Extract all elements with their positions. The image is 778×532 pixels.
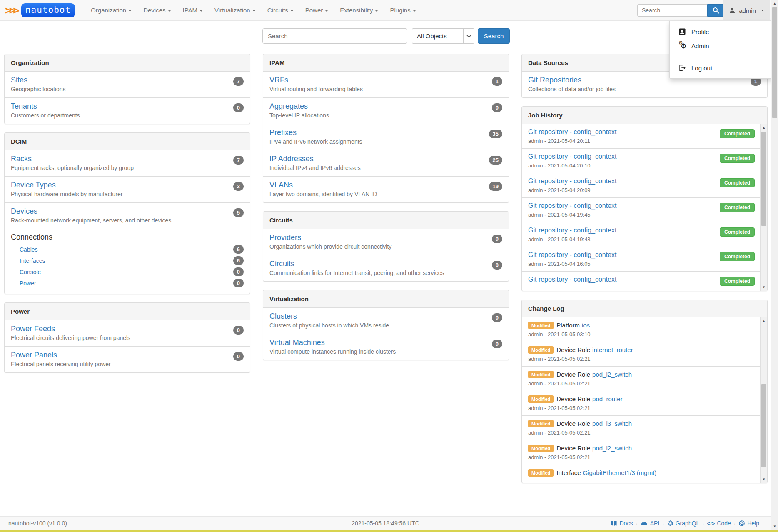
nautobot-logo[interactable]: >>> nautobot — [5, 3, 75, 17]
item-link[interactable]: Devices — [11, 207, 37, 216]
logout-menu-item[interactable]: Log out — [670, 61, 771, 75]
item-link[interactable]: VRFs — [269, 76, 288, 85]
count-badge: 0 — [492, 340, 502, 348]
item-description: Clusters of physical hosts in which VMs … — [269, 322, 502, 329]
user-menu-button[interactable]: admin — [723, 0, 770, 21]
count-badge: 1 — [492, 77, 502, 86]
job-link[interactable]: Git repository - config_context — [528, 227, 617, 234]
change-log-row: ModifiedDevice Rolepod_l3_switch admin -… — [522, 415, 760, 440]
object-type-select[interactable]: All Objects — [412, 28, 474, 44]
docs-link[interactable]: Docs — [610, 520, 633, 527]
api-link[interactable]: API — [641, 520, 660, 527]
object-link[interactable]: pod_l2_switch — [592, 445, 632, 452]
connection-link[interactable]: Interfaces — [20, 257, 45, 264]
item-link[interactable]: Aggregates — [269, 102, 308, 111]
count-badge: 7 — [233, 77, 244, 86]
object-link[interactable]: ios — [582, 322, 590, 329]
graphql-link[interactable]: GraphQL — [667, 520, 700, 527]
nav-menu-item[interactable]: Circuits — [262, 7, 299, 14]
job-link[interactable]: Git repository - config_context — [528, 177, 617, 185]
nav-menu-item[interactable]: Devices — [137, 7, 177, 14]
count-badge: 0 — [233, 103, 244, 112]
nav-menu-item[interactable]: IPAM — [177, 7, 209, 14]
count-badge: 0 — [492, 103, 502, 112]
scrollbar-thumb[interactable] — [761, 384, 766, 467]
count-badge: 3 — [233, 182, 244, 191]
connection-link[interactable]: Power — [20, 280, 36, 287]
code-link[interactable]: </> Code — [707, 520, 731, 527]
global-search-button[interactable]: Search — [478, 28, 510, 44]
object-type: Device Role — [556, 346, 590, 353]
item-link[interactable]: Power Panels — [11, 351, 57, 360]
item-link[interactable]: Providers — [269, 233, 301, 242]
status-badge: Completed — [720, 252, 755, 261]
status-badge: Completed — [720, 277, 755, 286]
object-link[interactable]: pod_router — [592, 395, 623, 402]
nav-menu-item[interactable]: Virtualization — [209, 7, 262, 14]
profile-menu-item[interactable]: Profile — [670, 25, 771, 39]
object-link[interactable]: pod_l3_switch — [592, 420, 632, 427]
nav-menu-item[interactable]: Organization — [85, 7, 137, 14]
panel-title: Circuits — [263, 212, 509, 229]
job-link[interactable]: Git repository - config_context — [528, 276, 617, 283]
scrollbar-thumb[interactable] — [772, 7, 777, 118]
panel-job-history: Job History Completed Git repository - c… — [521, 106, 768, 291]
object-link[interactable]: GigabitEthernet1/3 (mgmt) — [583, 469, 657, 476]
job-history-row: Completed Git repository - config_contex… — [522, 148, 760, 173]
nav-menu-item[interactable]: Extensibility — [334, 7, 384, 14]
connection-row: Cables 6 — [11, 244, 244, 255]
item-link[interactable]: Clusters — [269, 312, 297, 321]
scroll-down-icon[interactable]: ▼ — [771, 523, 778, 530]
scroll-up-icon[interactable]: ▲ — [771, 0, 778, 7]
connection-row: Power 0 — [11, 277, 244, 289]
item-link[interactable]: IP Addresses — [269, 155, 314, 163]
navbar-search-input[interactable] — [637, 4, 707, 17]
item-link[interactable]: Tenants — [11, 102, 37, 111]
item-link[interactable]: Prefixes — [269, 128, 297, 137]
nav-menu-item[interactable]: Power — [299, 7, 334, 14]
scroll-down-icon[interactable]: ▼ — [761, 284, 767, 291]
item-link[interactable]: Circuits — [269, 260, 294, 268]
count-badge: 0 — [492, 261, 502, 270]
item-link[interactable]: Device Types — [11, 181, 56, 190]
item-description: Collections of data and/or job files — [528, 86, 761, 92]
help-link[interactable]: Help — [738, 520, 759, 527]
job-link[interactable]: Git repository - config_context — [528, 128, 617, 135]
item-link[interactable]: Power Feeds — [11, 325, 55, 333]
modified-badge: Modified — [528, 445, 554, 452]
scroll-up-icon[interactable]: ▲ — [761, 317, 767, 325]
modified-badge: Modified — [528, 420, 554, 427]
connection-link[interactable]: Cables — [20, 246, 38, 253]
job-meta: admin - 2021-05-04 20:11 — [528, 138, 754, 144]
job-history-scrollbar[interactable]: ▲ ▼ — [760, 124, 767, 291]
footer: nautobot-v100 (v1.0.0) 2021-05-05 18:49:… — [0, 516, 771, 530]
connection-link[interactable]: Console — [20, 269, 41, 275]
navbar-search-button[interactable] — [707, 4, 725, 17]
item-link[interactable]: Sites — [11, 76, 27, 85]
count-badge: 19 — [489, 182, 502, 191]
count-badge: 0 — [233, 326, 244, 335]
object-link[interactable]: pod_l2_switch — [592, 371, 632, 378]
global-search-input[interactable] — [262, 28, 407, 44]
panel-title: Organization — [5, 54, 250, 72]
scroll-down-icon[interactable]: ▼ — [761, 476, 767, 483]
job-link[interactable]: Git repository - config_context — [528, 251, 617, 258]
change-log-scroll-area: ModifiedPlatformios admin - 2021-05-05 0… — [522, 317, 767, 483]
page-scrollbar[interactable]: ▲ ▼ — [771, 0, 778, 530]
scroll-up-icon[interactable]: ▲ — [761, 124, 767, 131]
item-link[interactable]: VLANs — [269, 181, 293, 190]
admin-menu-item[interactable]: ⚙⚙ Admin — [670, 39, 771, 53]
item-link[interactable]: Git Repositories — [528, 76, 581, 85]
job-link[interactable]: Git repository - config_context — [528, 202, 617, 209]
logout-icon — [678, 64, 686, 72]
item-description: Physical hardware models by manufacturer — [11, 191, 244, 197]
job-link[interactable]: Git repository - config_context — [528, 153, 617, 160]
top-navbar: >>> nautobot Organization Devices IPAM V… — [0, 0, 778, 21]
scrollbar-thumb[interactable] — [761, 132, 766, 226]
item-link[interactable]: Racks — [11, 155, 32, 163]
nav-menu-item[interactable]: Plugins — [384, 7, 421, 14]
item-link[interactable]: Virtual Machines — [269, 338, 325, 347]
object-link[interactable]: internet_router — [592, 346, 633, 353]
status-badge: Completed — [720, 227, 755, 237]
change-log-scrollbar[interactable]: ▲ ▼ — [760, 317, 767, 483]
